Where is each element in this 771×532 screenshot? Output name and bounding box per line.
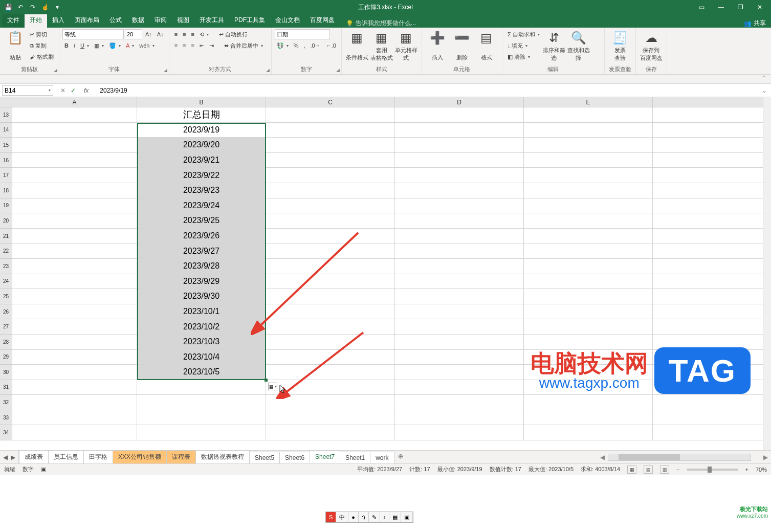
sort-filter-button[interactable]: ⇵排序和筛选: [542, 29, 566, 62]
cell[interactable]: [524, 395, 653, 410]
cell[interactable]: [395, 410, 524, 425]
select-all-corner[interactable]: [0, 97, 12, 107]
cell[interactable]: [266, 365, 395, 380]
enter-icon[interactable]: ✓: [71, 87, 76, 94]
cell[interactable]: [12, 425, 137, 440]
tab-insert[interactable]: 插入: [47, 13, 70, 28]
cell[interactable]: 2023/10/3: [137, 335, 266, 349]
fill-button[interactable]: ↓填充▾: [505, 41, 542, 51]
font-dialog-launcher-icon[interactable]: ◢: [164, 68, 167, 73]
sheet-tab[interactable]: 员工信息: [48, 450, 84, 463]
col-header-D[interactable]: D: [395, 97, 524, 107]
merge-center-button[interactable]: ⬌合并后居中▾: [222, 41, 265, 51]
cell[interactable]: [266, 213, 395, 228]
cell[interactable]: [524, 259, 653, 274]
sheet-tab[interactable]: work: [370, 452, 394, 463]
sheet-tab[interactable]: Sheet7: [310, 451, 340, 463]
cell[interactable]: [266, 243, 395, 258]
cell[interactable]: [12, 183, 137, 198]
autofill-options-button[interactable]: ▦▾: [268, 383, 277, 390]
share-button[interactable]: 👥 共享: [744, 19, 766, 28]
orientation-icon[interactable]: ⟲▾: [197, 30, 211, 39]
fill-color-button[interactable]: 🪣▾: [107, 41, 123, 50]
cell[interactable]: [12, 304, 137, 319]
sheet-tab[interactable]: Sheet1: [340, 452, 370, 463]
row-header[interactable]: 23: [0, 259, 12, 274]
cell[interactable]: [395, 304, 524, 319]
worksheet-grid[interactable]: A B C D E 131415161718192021222324252627…: [0, 97, 771, 450]
font-name-selector[interactable]: [62, 29, 124, 39]
cut-button[interactable]: ✂剪切: [28, 30, 56, 39]
cell[interactable]: 汇总日期: [137, 107, 266, 122]
ribbon-display-options-icon[interactable]: ▭: [692, 0, 711, 14]
align-center-icon[interactable]: ≡: [181, 41, 188, 50]
ime-toolbar[interactable]: S 中 ● :) ✎ ♪ ▦ ▣: [325, 512, 413, 523]
cell[interactable]: [266, 274, 395, 289]
cell[interactable]: [266, 319, 395, 334]
increase-decimal-icon[interactable]: .0→: [309, 41, 323, 50]
name-box[interactable]: B14 ▾: [2, 85, 53, 96]
restore-icon[interactable]: ❐: [731, 0, 750, 14]
cell[interactable]: 2023/9/25: [137, 213, 266, 228]
row-header[interactable]: 27: [0, 319, 12, 335]
cell[interactable]: [395, 153, 524, 168]
ime-logo-icon[interactable]: S: [326, 512, 336, 522]
zoom-slider[interactable]: [687, 469, 738, 471]
paste-button[interactable]: 📋 粘贴: [3, 29, 28, 62]
cell[interactable]: [524, 138, 653, 152]
row-header[interactable]: 13: [0, 107, 12, 123]
ime-lang-toggle[interactable]: 中: [336, 512, 348, 522]
sheet-tab[interactable]: Sheet6: [279, 452, 310, 463]
wrap-text-button[interactable]: ↩自动换行: [217, 30, 250, 39]
decrease-font-icon[interactable]: A↓: [155, 30, 166, 38]
font-size-selector[interactable]: [125, 29, 142, 39]
cell[interactable]: [12, 335, 137, 349]
minimize-icon[interactable]: ―: [712, 0, 730, 14]
cell[interactable]: [137, 395, 266, 410]
cell[interactable]: [395, 168, 524, 183]
cell[interactable]: [266, 198, 395, 213]
cell[interactable]: [137, 425, 266, 440]
find-select-button[interactable]: 🔍查找和选择: [566, 29, 591, 62]
ime-voice-icon[interactable]: ♪: [380, 512, 390, 522]
cell[interactable]: [266, 138, 395, 152]
row-header[interactable]: 20: [0, 213, 12, 229]
cell[interactable]: [395, 138, 524, 152]
cell[interactable]: [524, 198, 653, 213]
tab-developer[interactable]: 开发工具: [194, 13, 229, 28]
tell-me-search[interactable]: 💡 告诉我您想要做什么...: [346, 19, 416, 28]
sheet-tab[interactable]: 数据透视表教程: [195, 450, 250, 463]
cell[interactable]: [12, 274, 137, 289]
row-header[interactable]: 22: [0, 243, 12, 259]
cancel-icon[interactable]: ✕: [60, 87, 65, 94]
cell[interactable]: [524, 123, 653, 138]
italic-button[interactable]: I: [72, 41, 77, 50]
cell[interactable]: [395, 243, 524, 258]
cell[interactable]: [12, 350, 137, 365]
align-left-icon[interactable]: ≡: [172, 41, 180, 50]
cell[interactable]: [395, 350, 524, 365]
cell[interactable]: 2023/10/4: [137, 350, 266, 365]
cell[interactable]: [137, 410, 266, 425]
row-header[interactable]: 14: [0, 123, 12, 138]
sheet-tab[interactable]: 成绩表: [19, 450, 49, 463]
zoom-out-icon[interactable]: −: [676, 467, 679, 473]
cell[interactable]: [12, 243, 137, 258]
sheet-tab[interactable]: 课程表: [166, 450, 196, 463]
cell[interactable]: [524, 410, 653, 425]
cell[interactable]: [524, 107, 653, 122]
cell[interactable]: [395, 259, 524, 274]
customize-qat-icon[interactable]: ▾: [53, 3, 61, 11]
cell[interactable]: [266, 123, 395, 138]
cell[interactable]: 2023/9/29: [137, 274, 266, 289]
cell[interactable]: [266, 183, 395, 198]
align-top-icon[interactable]: ≡: [172, 30, 180, 38]
autosum-button[interactable]: Σ自动求和▾: [505, 30, 542, 39]
cell[interactable]: [524, 243, 653, 258]
accounting-format-icon[interactable]: 💱▾: [275, 41, 291, 50]
cell[interactable]: [266, 259, 395, 274]
cell[interactable]: [395, 274, 524, 289]
save-baidu-button[interactable]: ☁保存到 百度网盘: [639, 29, 664, 62]
cell[interactable]: 2023/9/19: [137, 123, 266, 138]
sheet-nav-prev-icon[interactable]: ◀: [3, 454, 8, 461]
